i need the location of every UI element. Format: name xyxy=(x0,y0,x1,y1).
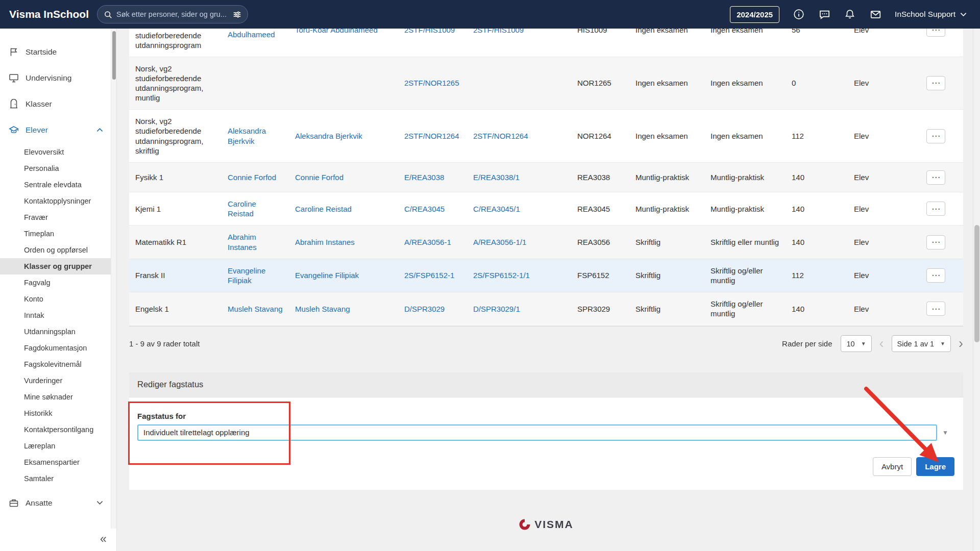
sidebar-scrollbar[interactable] xyxy=(111,29,116,529)
sidebar-subitem-læreplan[interactable]: Læreplan xyxy=(0,438,116,454)
sidebar-item-elever[interactable]: Elever xyxy=(0,117,116,143)
sidebar-subitem-fravær[interactable]: Fravær xyxy=(0,209,116,226)
sidebar-subitem-vurderinger[interactable]: Vurderinger xyxy=(0,372,116,389)
row-actions-button[interactable]: ⋯ xyxy=(926,235,945,249)
sidebar-subitem-timeplan[interactable]: Timeplan xyxy=(0,226,116,242)
cell-group2[interactable]: C/REA3045/1 xyxy=(473,205,520,213)
mail-icon[interactable] xyxy=(869,8,881,20)
sidebar-subitem-mine-søknader[interactable]: Mine søknader xyxy=(0,389,116,405)
cell-group2[interactable]: 2STF/NOR1264 xyxy=(473,132,528,140)
cell-group2[interactable]: 2S/FSP6152-1/1 xyxy=(473,271,530,280)
cell-exam2: Ingen eksamen xyxy=(710,79,763,87)
sidebar-subitem-klasser-og-grupper[interactable]: Klasser og grupper xyxy=(0,258,116,274)
app-logo[interactable]: Visma InSchool xyxy=(9,8,97,20)
save-button[interactable]: Lagre xyxy=(916,457,954,476)
sidebar-subitem-samtaler[interactable]: Samtaler xyxy=(0,470,116,487)
cell-teacher[interactable]: Caroline Reistad xyxy=(295,205,352,213)
chevron-down-icon: ▼ xyxy=(861,341,866,346)
cell-group2[interactable]: 2STF/HIS1009 xyxy=(473,29,524,34)
cell-teacher_link[interactable]: Connie Forfod xyxy=(228,173,276,182)
row-actions-button[interactable]: ⋯ xyxy=(926,268,945,283)
combobox-arrow-icon[interactable]: ▼ xyxy=(937,429,953,436)
school-year-selector[interactable]: 2024/2025 xyxy=(730,6,779,23)
sidebar-subitem-fagdokumentasjon[interactable]: Fagdokumentasjon xyxy=(0,340,116,356)
sidebar-item-startside[interactable]: Startside xyxy=(0,39,116,65)
sms-chat-icon[interactable] xyxy=(818,8,830,20)
sidebar-subitem-inntak[interactable]: Inntak xyxy=(0,307,116,323)
cell-group1[interactable]: C/REA3045 xyxy=(404,205,445,213)
cell-teacher[interactable]: Toru-Koar Abdulhameed xyxy=(295,29,378,34)
cell-teacher_link[interactable]: Abrahim Instanes xyxy=(228,233,257,251)
cell-teacher_link[interactable]: Toru-Koar Abdulhameed xyxy=(228,29,275,39)
cell-teacher[interactable]: Aleksandra Bjerkvik xyxy=(295,132,362,140)
filter-icon[interactable] xyxy=(233,10,241,19)
sidebar-subitem-kontaktpersontilgang[interactable]: Kontaktpersontilgang xyxy=(0,421,116,438)
table-row[interactable]: Engelsk 1Musleh StavangMusleh StavangD/S… xyxy=(129,292,963,325)
sidebar-item-undervisning[interactable]: Undervisning xyxy=(0,65,116,91)
global-search[interactable] xyxy=(97,5,248,23)
rows-per-page-select[interactable]: 10 ▼ xyxy=(841,335,871,352)
cell-teacher_link[interactable]: Evangeline Filipiak xyxy=(228,266,265,285)
table-row[interactable]: Norsk, vg2 studieforberedende utdannings… xyxy=(129,110,963,163)
row-actions-button[interactable]: ⋯ xyxy=(926,170,945,185)
sidebar-subitem-fagskolevitnemål[interactable]: Fagskolevitnemål xyxy=(0,356,116,372)
sidebar-subitem-personalia[interactable]: Personalia xyxy=(0,160,116,177)
sidebar-subitem-historikk[interactable]: Historikk xyxy=(0,405,116,421)
sidebar-subitem-utdanningsplan[interactable]: Utdanningsplan xyxy=(0,323,116,340)
row-actions-button[interactable]: ⋯ xyxy=(926,302,945,316)
next-page-button[interactable]: › xyxy=(959,337,963,350)
cancel-button[interactable]: Avbryt xyxy=(873,457,912,476)
sidebar-subitem-eksamenspartier[interactable]: Eksamenspartier xyxy=(0,454,116,470)
sidebar-collapse-button[interactable]: « xyxy=(100,533,107,545)
sidebar-item-klasser[interactable]: Klasser xyxy=(0,91,116,117)
cell-teacher_link[interactable]: Caroline Reistad xyxy=(228,199,256,218)
cell-group2[interactable]: A/REA3056-1/1 xyxy=(473,238,526,246)
cell-group1[interactable]: 2STF/NOR1264 xyxy=(404,132,459,140)
fagstatus-combobox[interactable]: Individuelt tilrettelagt opplæring xyxy=(137,424,937,441)
sidebar-subitem-konto[interactable]: Konto xyxy=(0,291,116,307)
sidebar-subitem-kontaktopplysninger[interactable]: Kontaktopplysninger xyxy=(0,193,116,209)
cell-teacher[interactable]: Connie Forfod xyxy=(295,173,344,182)
user-menu[interactable]: InSchool Support xyxy=(895,10,967,19)
cell-group1[interactable]: D/SPR3029 xyxy=(404,305,445,313)
info-icon[interactable] xyxy=(793,8,805,20)
notifications-bell-icon[interactable] xyxy=(844,8,856,20)
cell-group1[interactable]: 2S/FSP6152-1 xyxy=(404,271,454,280)
sidebar-subitem-sentrale-elevdata[interactable]: Sentrale elevdata xyxy=(0,177,116,193)
sidebar-scrollbar-thumb[interactable] xyxy=(112,31,116,80)
cell-teacher[interactable]: Musleh Stavang xyxy=(295,305,350,313)
cell-group1[interactable]: 2STF/HIS1009 xyxy=(404,29,455,34)
sidebar-item-ansatte[interactable]: Ansatte xyxy=(0,490,116,516)
cell-group2[interactable]: D/SPR3029/1 xyxy=(473,305,520,313)
sidebar-subitem-fagvalg[interactable]: Fagvalg xyxy=(0,274,116,291)
cell-teacher_link[interactable]: Aleksandra Bjerkvik xyxy=(228,127,266,145)
cell-group1[interactable]: E/REA3038 xyxy=(404,173,444,182)
cell-group1[interactable]: 2STF/NOR1265 xyxy=(404,79,459,87)
cell-role: Elev xyxy=(854,79,869,87)
page-select[interactable]: Side 1 av 1 ▼ xyxy=(892,335,951,352)
cell-subject: Fransk II xyxy=(135,271,165,280)
table-row[interactable]: Norsk, vg2 studieforberedende utdannings… xyxy=(129,57,963,110)
row-actions-button[interactable]: ⋯ xyxy=(926,129,945,143)
page-scrollbar[interactable] xyxy=(973,29,980,551)
cell-group2[interactable]: E/REA3038/1 xyxy=(473,173,520,182)
table-row[interactable]: Fysikk 1Connie ForfodConnie ForfodE/REA3… xyxy=(129,163,963,192)
table-row[interactable]: studieforberedende utdanningsprogramToru… xyxy=(129,29,963,57)
table-row[interactable]: Matematikk R1Abrahim InstanesAbrahim Ins… xyxy=(129,226,963,259)
cell-teacher_link[interactable]: Musleh Stavang xyxy=(228,305,283,313)
page-scrollbar-thumb[interactable] xyxy=(974,225,979,342)
cell-teacher[interactable]: Abrahim Instanes xyxy=(295,238,355,246)
cell-teacher[interactable]: Evangeline Filipiak xyxy=(295,271,359,280)
table-row[interactable]: Fransk IIEvangeline FilipiakEvangeline F… xyxy=(129,259,963,292)
sidebar-subitem-elevoversikt[interactable]: Elevoversikt xyxy=(0,144,116,160)
row-actions-button[interactable]: ⋯ xyxy=(926,76,945,90)
cell-group1[interactable]: A/REA3056-1 xyxy=(404,238,451,246)
table-row[interactable]: Kjemi 1Caroline ReistadCaroline ReistadC… xyxy=(129,192,963,226)
previous-page-button[interactable]: ‹ xyxy=(879,337,884,350)
cell-role: Elev xyxy=(854,173,869,182)
search-input[interactable] xyxy=(116,10,229,18)
row-actions-button[interactable]: ⋯ xyxy=(926,29,945,37)
cell-exam1: Skriftlig xyxy=(635,305,660,313)
row-actions-button[interactable]: ⋯ xyxy=(926,202,945,216)
sidebar-subitem-orden-og-oppførsel[interactable]: Orden og oppførsel xyxy=(0,242,116,258)
